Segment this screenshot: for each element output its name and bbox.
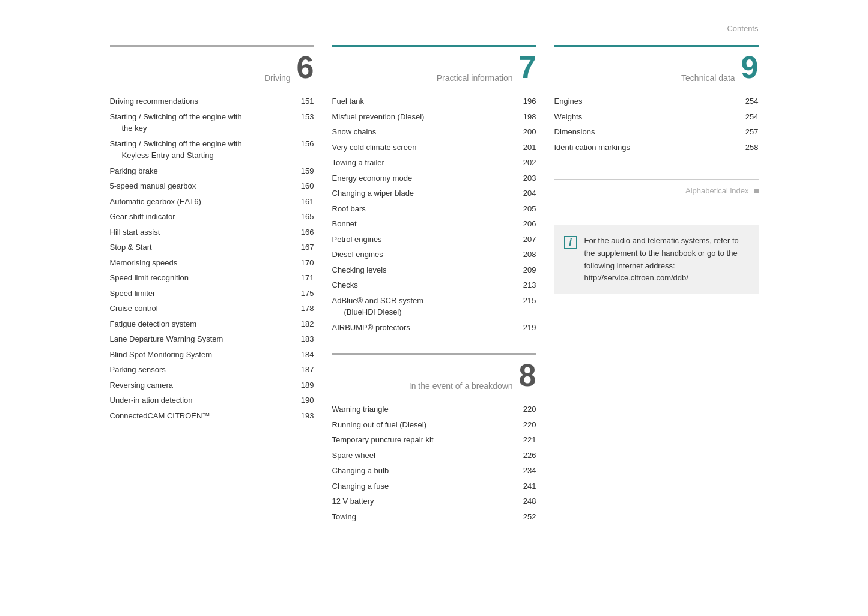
technical-item-1-page: 254 — [741, 111, 759, 123]
breakdown-item-4-page: 234 — [518, 465, 536, 477]
breakdown-number: 8 — [519, 360, 536, 391]
practical-item-3-page: 201 — [518, 142, 536, 154]
driving-item-15: Blind Spot Monitoring System 184 — [110, 347, 314, 363]
technical-number: 9 — [741, 52, 759, 83]
practical-item-12-label: Checks — [332, 279, 518, 291]
info-text: For the audio and telematic systems, ref… — [584, 235, 749, 285]
alpha-dot-icon — [754, 189, 759, 193]
technical-item-1-label: Weights — [554, 111, 741, 123]
breakdown-item-6-page: 248 — [518, 495, 536, 507]
practical-item-11-label: Checking levels — [332, 264, 518, 276]
driving-item-16-label: Parking sensors — [110, 364, 296, 376]
header-label: Contents — [727, 24, 758, 33]
technical-item-2-label: Dimensions — [554, 126, 741, 138]
driving-item-16: Parking sensors 187 — [110, 362, 314, 378]
driving-item-9: Memorising speeds 170 — [110, 255, 314, 271]
technical-item-3: Identi cation markings 258 — [554, 140, 759, 156]
driving-item-19-page: 193 — [296, 410, 314, 422]
practical-item-3-label: Very cold climate screen — [332, 142, 518, 154]
practical-item-2: Snow chains 200 — [332, 124, 536, 140]
page: Contents Driving 6 Driving recommendatio… — [74, 0, 795, 548]
driving-item-14: Lane Departure Warning System 183 — [110, 331, 314, 347]
breakdown-item-1-label: Running out of fuel (Diesel) — [332, 419, 518, 431]
driving-item-18-label: Under-in ation detection — [110, 394, 296, 406]
driving-item-7-label: Hill start assist — [110, 226, 296, 238]
breakdown-title: In the event of a breakdown — [332, 381, 519, 391]
driving-item-19-label: ConnectedCAM CITROËN™ — [110, 410, 296, 422]
breakdown-item-5-label: Changing a fuse — [332, 480, 518, 492]
driving-item-11-page: 175 — [296, 288, 314, 300]
breakdown-item-2-label: Temporary puncture repair kit — [332, 434, 518, 446]
driving-item-6-label: Gear shift indicator — [110, 211, 296, 223]
driving-item-11: Speed limiter 175 — [110, 286, 314, 301]
technical-section-header: Technical data 9 — [554, 45, 759, 83]
driving-item-3-label: Parking brake — [110, 165, 296, 177]
practical-item-5-page: 203 — [518, 172, 536, 184]
breakdown-item-7: Towing 252 — [332, 509, 536, 525]
practical-item-1: Misfuel prevention (Diesel) 198 — [332, 109, 536, 125]
driving-item-7-page: 166 — [296, 226, 314, 238]
technical-item-2-page: 257 — [741, 126, 759, 138]
technical-item-2: Dimensions 257 — [554, 124, 759, 140]
driving-item-12-label: Cruise control — [110, 303, 296, 315]
practical-item-6-page: 204 — [518, 187, 536, 199]
driving-item-15-page: 184 — [296, 349, 314, 361]
practical-item-14: AIRBUMP® protectors 219 — [332, 320, 536, 336]
driving-item-4-page: 160 — [296, 180, 314, 192]
driving-item-17-label: Reversing camera — [110, 379, 296, 391]
practical-number: 7 — [519, 52, 536, 83]
technical-item-0: Engines 254 — [554, 94, 759, 109]
driving-item-8-label: Stop & Start — [110, 241, 296, 253]
driving-title: Driving — [110, 73, 297, 83]
driving-item-2-page: 156 — [296, 138, 314, 150]
breakdown-item-2-page: 221 — [518, 434, 536, 446]
practical-item-4: Towing a trailer 202 — [332, 155, 536, 171]
practical-item-13-page: 215 — [518, 295, 536, 307]
practical-item-5: Energy economy mode 203 — [332, 171, 536, 186]
driving-item-11-label: Speed limiter — [110, 288, 296, 300]
breakdown-item-5-page: 241 — [518, 480, 536, 492]
alphabetical-label: Alphabetical index — [685, 186, 749, 195]
columns-wrapper: Driving 6 Driving recommendations 151 St… — [110, 45, 759, 524]
breakdown-item-0-label: Warning triangle — [332, 403, 518, 415]
driving-item-16-page: 187 — [296, 364, 314, 376]
practical-item-13-label1: AdBlue® and SCR system — [332, 295, 518, 307]
technical-item-0-label: Engines — [554, 95, 741, 107]
driving-item-5-label: Automatic gearbox (EAT6) — [110, 196, 296, 208]
practical-item-0: Fuel tank 196 — [332, 94, 536, 109]
driving-item-0-page: 151 — [296, 95, 314, 107]
practical-item-10-page: 208 — [518, 249, 536, 261]
driving-item-18-page: 190 — [296, 394, 314, 406]
breakdown-item-0-page: 220 — [518, 403, 536, 415]
technical-item-1: Weights 254 — [554, 109, 759, 125]
practical-item-8: Bonnet 206 — [332, 216, 536, 232]
driving-section-header: Driving 6 — [110, 45, 314, 83]
driving-item-10-page: 171 — [296, 272, 314, 284]
breakdown-item-3: Spare wheel 226 — [332, 448, 536, 464]
breakdown-item-1: Running out of fuel (Diesel) 220 — [332, 417, 536, 433]
practical-item-10-label: Diesel engines — [332, 249, 518, 261]
breakdown-section-header: In the event of a breakdown 8 — [332, 353, 536, 391]
practical-item-4-page: 202 — [518, 157, 536, 169]
page-header: Contents — [110, 24, 759, 33]
practical-title: Practical information — [332, 73, 519, 83]
driving-item-14-label: Lane Departure Warning System — [110, 333, 296, 345]
driving-item-10: Speed limit recognition 171 — [110, 270, 314, 286]
driving-item-9-page: 170 — [296, 257, 314, 269]
driving-item-1: Starting / Switching off the engine with… — [110, 109, 314, 136]
breakdown-item-0: Warning triangle 220 — [332, 402, 536, 417]
practical-item-9: Petrol engines 207 — [332, 232, 536, 247]
driving-item-2-label: Starting / Switching off the engine with — [110, 138, 296, 150]
practical-item-6-label: Changing a wiper blade — [332, 187, 518, 199]
practical-item-3: Very cold climate screen 201 — [332, 140, 536, 156]
practical-item-12-page: 213 — [518, 279, 536, 291]
driving-item-5-page: 161 — [296, 196, 314, 208]
driving-item-17-page: 189 — [296, 379, 314, 391]
breakdown-item-7-page: 252 — [518, 511, 536, 523]
driving-item-19: ConnectedCAM CITROËN™ 193 — [110, 408, 314, 424]
practical-item-8-page: 206 — [518, 218, 536, 230]
practical-item-1-page: 198 — [518, 111, 536, 123]
practical-item-12: Checks 213 — [332, 277, 536, 293]
breakdown-item-4: Changing a bulb 234 — [332, 463, 536, 479]
practical-item-9-label: Petrol engines — [332, 234, 518, 246]
